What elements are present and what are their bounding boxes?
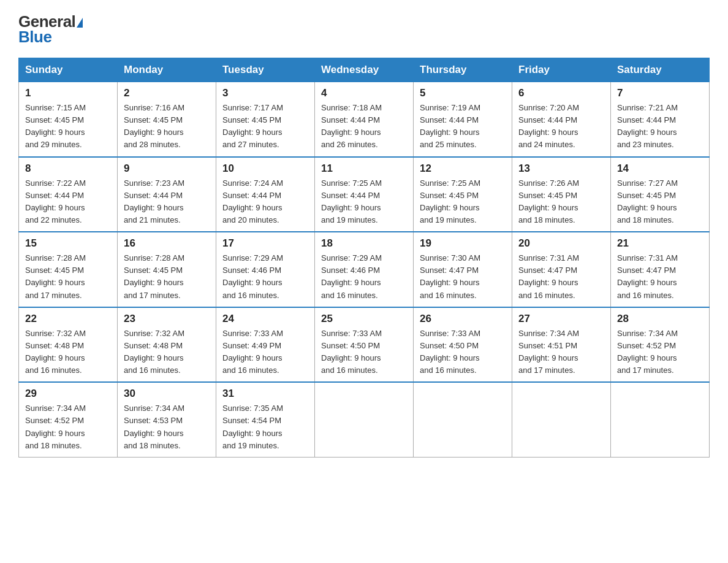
day-cell: 7Sunrise: 7:21 AMSunset: 4:44 PMDaylight…	[611, 82, 710, 157]
weekday-header-monday: Monday	[118, 58, 216, 82]
calendar-table: SundayMondayTuesdayWednesdayThursdayFrid…	[18, 58, 710, 458]
day-number: 20	[518, 237, 604, 250]
day-cell: 31Sunrise: 7:35 AMSunset: 4:54 PMDayligh…	[216, 382, 315, 457]
day-cell	[611, 382, 710, 457]
day-cell: 16Sunrise: 7:28 AMSunset: 4:45 PMDayligh…	[118, 232, 216, 307]
day-cell: 9Sunrise: 7:23 AMSunset: 4:44 PMDaylight…	[118, 157, 216, 232]
day-info: Sunrise: 7:17 AMSunset: 4:45 PMDaylight:…	[222, 102, 308, 151]
day-info: Sunrise: 7:31 AMSunset: 4:47 PMDaylight:…	[617, 252, 703, 302]
day-cell: 1Sunrise: 7:15 AMSunset: 4:45 PMDaylight…	[19, 82, 118, 157]
day-number: 2	[124, 87, 210, 99]
day-cell: 12Sunrise: 7:25 AMSunset: 4:45 PMDayligh…	[414, 157, 512, 232]
day-number: 6	[518, 87, 604, 99]
day-cell: 18Sunrise: 7:29 AMSunset: 4:46 PMDayligh…	[315, 232, 414, 307]
day-number: 7	[617, 87, 703, 99]
day-number: 22	[25, 313, 111, 325]
weekday-header-row: SundayMondayTuesdayWednesdayThursdayFrid…	[19, 58, 710, 82]
day-number: 17	[222, 237, 308, 250]
day-number: 15	[25, 237, 111, 250]
day-cell	[512, 382, 611, 457]
day-number: 18	[321, 237, 407, 250]
day-info: Sunrise: 7:33 AMSunset: 4:50 PMDaylight:…	[420, 327, 506, 377]
day-cell: 11Sunrise: 7:25 AMSunset: 4:44 PMDayligh…	[315, 157, 414, 232]
day-cell: 19Sunrise: 7:30 AMSunset: 4:47 PMDayligh…	[414, 232, 512, 307]
day-number: 14	[617, 163, 703, 175]
day-info: Sunrise: 7:25 AMSunset: 4:44 PMDaylight:…	[321, 177, 407, 227]
day-info: Sunrise: 7:20 AMSunset: 4:44 PMDaylight:…	[518, 102, 604, 151]
day-info: Sunrise: 7:34 AMSunset: 4:53 PMDaylight:…	[124, 402, 210, 452]
week-row-5: 29Sunrise: 7:34 AMSunset: 4:52 PMDayligh…	[19, 382, 710, 457]
day-cell: 14Sunrise: 7:27 AMSunset: 4:45 PMDayligh…	[611, 157, 710, 232]
day-info: Sunrise: 7:35 AMSunset: 4:54 PMDaylight:…	[222, 402, 308, 452]
weekday-header-tuesday: Tuesday	[216, 58, 315, 82]
day-number: 23	[124, 313, 210, 325]
day-cell: 8Sunrise: 7:22 AMSunset: 4:44 PMDaylight…	[19, 157, 118, 232]
day-cell: 10Sunrise: 7:24 AMSunset: 4:44 PMDayligh…	[216, 157, 315, 232]
day-number: 8	[25, 163, 111, 175]
day-cell: 22Sunrise: 7:32 AMSunset: 4:48 PMDayligh…	[19, 307, 118, 383]
day-info: Sunrise: 7:28 AMSunset: 4:45 PMDaylight:…	[124, 252, 210, 302]
day-cell: 13Sunrise: 7:26 AMSunset: 4:45 PMDayligh…	[512, 157, 611, 232]
day-info: Sunrise: 7:22 AMSunset: 4:44 PMDaylight:…	[25, 177, 111, 227]
week-row-2: 8Sunrise: 7:22 AMSunset: 4:44 PMDaylight…	[19, 157, 710, 232]
weekday-header-friday: Friday	[512, 58, 611, 82]
day-info: Sunrise: 7:26 AMSunset: 4:45 PMDaylight:…	[518, 177, 604, 227]
weekday-header-sunday: Sunday	[19, 58, 118, 82]
day-number: 12	[420, 163, 506, 175]
day-cell: 5Sunrise: 7:19 AMSunset: 4:44 PMDaylight…	[414, 82, 512, 157]
day-info: Sunrise: 7:27 AMSunset: 4:45 PMDaylight:…	[617, 177, 703, 227]
day-cell: 6Sunrise: 7:20 AMSunset: 4:44 PMDaylight…	[512, 82, 611, 157]
day-number: 24	[222, 313, 308, 325]
day-info: Sunrise: 7:24 AMSunset: 4:44 PMDaylight:…	[222, 177, 308, 227]
day-cell: 26Sunrise: 7:33 AMSunset: 4:50 PMDayligh…	[414, 307, 512, 383]
logo-triangle-icon	[77, 18, 83, 28]
day-cell: 27Sunrise: 7:34 AMSunset: 4:51 PMDayligh…	[512, 307, 611, 383]
day-info: Sunrise: 7:33 AMSunset: 4:49 PMDaylight:…	[222, 327, 308, 377]
day-info: Sunrise: 7:33 AMSunset: 4:50 PMDaylight:…	[321, 327, 407, 377]
weekday-header-saturday: Saturday	[611, 58, 710, 82]
day-cell: 3Sunrise: 7:17 AMSunset: 4:45 PMDaylight…	[216, 82, 315, 157]
day-cell: 23Sunrise: 7:32 AMSunset: 4:48 PMDayligh…	[118, 307, 216, 383]
week-row-3: 15Sunrise: 7:28 AMSunset: 4:45 PMDayligh…	[19, 232, 710, 307]
weekday-header-thursday: Thursday	[414, 58, 512, 82]
week-row-1: 1Sunrise: 7:15 AMSunset: 4:45 PMDaylight…	[19, 82, 710, 157]
day-number: 1	[25, 87, 111, 99]
day-cell: 28Sunrise: 7:34 AMSunset: 4:52 PMDayligh…	[611, 307, 710, 383]
day-number: 13	[518, 163, 604, 175]
day-cell: 25Sunrise: 7:33 AMSunset: 4:50 PMDayligh…	[315, 307, 414, 383]
day-info: Sunrise: 7:34 AMSunset: 4:51 PMDaylight:…	[518, 327, 604, 377]
logo: General Blue	[18, 12, 83, 47]
day-cell: 15Sunrise: 7:28 AMSunset: 4:45 PMDayligh…	[19, 232, 118, 307]
day-number: 19	[420, 237, 506, 250]
day-info: Sunrise: 7:23 AMSunset: 4:44 PMDaylight:…	[124, 177, 210, 227]
day-number: 29	[25, 388, 111, 400]
day-cell	[414, 382, 512, 457]
day-number: 30	[124, 388, 210, 400]
day-cell: 30Sunrise: 7:34 AMSunset: 4:53 PMDayligh…	[118, 382, 216, 457]
day-info: Sunrise: 7:15 AMSunset: 4:45 PMDaylight:…	[25, 102, 111, 151]
day-number: 31	[222, 388, 308, 400]
day-info: Sunrise: 7:29 AMSunset: 4:46 PMDaylight:…	[222, 252, 308, 302]
day-info: Sunrise: 7:32 AMSunset: 4:48 PMDaylight:…	[124, 327, 210, 377]
day-info: Sunrise: 7:28 AMSunset: 4:45 PMDaylight:…	[25, 252, 111, 302]
weekday-header-wednesday: Wednesday	[315, 58, 414, 82]
day-number: 10	[222, 163, 308, 175]
day-info: Sunrise: 7:34 AMSunset: 4:52 PMDaylight:…	[25, 402, 111, 452]
day-info: Sunrise: 7:25 AMSunset: 4:45 PMDaylight:…	[420, 177, 506, 227]
day-info: Sunrise: 7:16 AMSunset: 4:45 PMDaylight:…	[124, 102, 210, 151]
day-number: 4	[321, 87, 407, 99]
day-number: 11	[321, 163, 407, 175]
day-cell: 2Sunrise: 7:16 AMSunset: 4:45 PMDaylight…	[118, 82, 216, 157]
day-number: 16	[124, 237, 210, 250]
day-number: 25	[321, 313, 407, 325]
day-info: Sunrise: 7:29 AMSunset: 4:46 PMDaylight:…	[321, 252, 407, 302]
day-number: 27	[518, 313, 604, 325]
day-info: Sunrise: 7:30 AMSunset: 4:47 PMDaylight:…	[420, 252, 506, 302]
day-cell: 4Sunrise: 7:18 AMSunset: 4:44 PMDaylight…	[315, 82, 414, 157]
day-cell	[315, 382, 414, 457]
day-number: 9	[124, 163, 210, 175]
day-number: 26	[420, 313, 506, 325]
week-row-4: 22Sunrise: 7:32 AMSunset: 4:48 PMDayligh…	[19, 307, 710, 383]
day-cell: 24Sunrise: 7:33 AMSunset: 4:49 PMDayligh…	[216, 307, 315, 383]
day-info: Sunrise: 7:32 AMSunset: 4:48 PMDaylight:…	[25, 327, 111, 377]
